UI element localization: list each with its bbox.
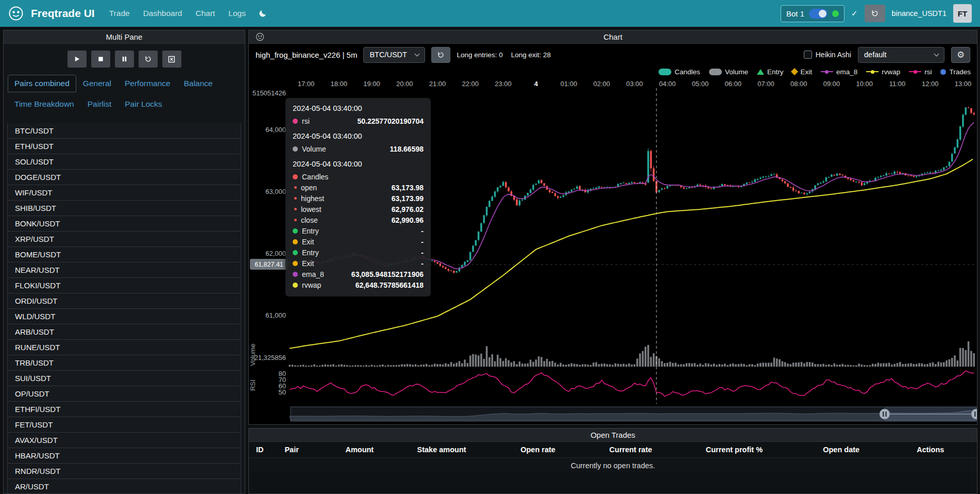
tooltip-label: lowest <box>301 205 322 213</box>
axis-label: 03:00 <box>626 80 643 88</box>
chart-refresh-button[interactable] <box>431 47 450 63</box>
legend-item-entry[interactable]: Entry <box>757 68 784 76</box>
pair-list-item-rune-usdt[interactable]: RUNE/USDT <box>7 339 241 355</box>
legend-item-ema-8[interactable]: ema_8 <box>821 68 857 76</box>
legend-label: Candles <box>674 68 700 76</box>
pair-list-item-bonk-usdt[interactable]: BONK/USDT <box>7 216 241 232</box>
heikin-ashi-toggle[interactable]: Heikin Ashi <box>804 51 851 59</box>
nav-link-logs[interactable]: Logs <box>228 9 246 18</box>
tab-general[interactable]: General <box>76 75 118 92</box>
chart-settings-button[interactable]: ⚙ <box>951 47 970 63</box>
pair-list-item-fet-usdt[interactable]: FET/USDT <box>7 417 241 433</box>
pair-list-item-btc-usdt[interactable]: BTC/USDT <box>7 123 241 139</box>
content-area: Multi Pane Pairs combinedGeneralPerforma… <box>0 27 980 494</box>
axis-label: 22:00 <box>462 80 479 88</box>
table-column-header-amount: Amount <box>327 446 392 454</box>
pair-list-item-ordi-usdt[interactable]: ORDI/USDT <box>7 293 241 309</box>
pair-list-item-rndr-usdt[interactable]: RNDR/USDT <box>7 463 241 479</box>
tooltip-row-rvwap: rvwap62,648.75785661418 <box>293 279 424 290</box>
bot-toggle[interactable] <box>809 9 827 19</box>
axis-label: 19:00 <box>363 80 380 88</box>
pair-list-item-xrp-usdt[interactable]: XRP/USDT <box>7 231 241 247</box>
nav-link-dashboard[interactable]: Dashboard <box>143 9 182 18</box>
tab-pairlist[interactable]: Pairlist <box>81 95 119 113</box>
reload-bot-button[interactable] <box>865 5 885 22</box>
tooltip-row-entry: Entry- <box>293 225 424 236</box>
legend-item-exit[interactable]: Exit <box>792 68 812 76</box>
pair-list-item-doge-usdt[interactable]: DOGE/USDT <box>7 169 241 185</box>
legend-item-candles[interactable]: Candles <box>658 68 700 76</box>
tab-balance[interactable]: Balance <box>177 75 219 92</box>
pair-list-item-near-usdt[interactable]: NEAR/USDT <box>7 262 241 278</box>
pause-button[interactable] <box>115 51 134 68</box>
legend-label: Trades <box>949 68 971 76</box>
legend-item-trades[interactable]: Trades <box>940 68 971 76</box>
tooltip-marker-icon <box>294 197 297 200</box>
nav-link-chart[interactable]: Chart <box>195 9 215 18</box>
legend-item-rsi[interactable]: rsi <box>909 68 932 76</box>
pair-list-item-bome-usdt[interactable]: BOME/USDT <box>7 246 241 262</box>
play-button[interactable] <box>67 51 87 68</box>
theme-toggle-icon[interactable] <box>258 9 267 18</box>
pair-list-item-hbar-usdt[interactable]: HBAR/USDT <box>7 448 241 464</box>
tooltip-marker-icon <box>293 174 298 179</box>
pair-list-item-wld-usdt[interactable]: WLD/USDT <box>7 308 241 324</box>
pair-list-item-wif-usdt[interactable]: WIF/USDT <box>7 185 241 201</box>
tab-performance[interactable]: Performance <box>118 75 177 92</box>
bot-selector[interactable]: Bot 1 <box>781 5 844 22</box>
legend-item-rvwap[interactable]: rvwap <box>866 68 900 76</box>
navbar-right: Bot 1 ✓ binance_USDT1 FT <box>781 4 972 23</box>
tab-pair-locks[interactable]: Pair Locks <box>118 95 168 113</box>
chevron-down-icon <box>415 51 420 56</box>
freqtrade-logo-icon[interactable] <box>8 6 24 21</box>
pair-list-item-sol-usdt[interactable]: SOL/USDT <box>7 154 241 170</box>
axis-label: 06:00 <box>724 80 741 88</box>
pair-list-item-op-usdt[interactable]: OP/USDT <box>7 386 241 402</box>
tooltip-value: - <box>421 249 424 257</box>
tooltip-marker-icon <box>294 186 297 189</box>
table-column-header-current-rate: Current rate <box>584 446 677 454</box>
refresh-button[interactable] <box>139 51 158 68</box>
multi-pane-panel: Multi Pane Pairs combinedGeneralPerforma… <box>3 30 245 494</box>
pair-list-item-ethfi-usdt[interactable]: ETHFI/USDT <box>7 401 241 417</box>
table-column-header-pair: Pair <box>284 446 327 454</box>
pair-list-item-trb-usdt[interactable]: TRB/USDT <box>7 355 241 371</box>
tab-time-breakdown[interactable]: Time Breakdown <box>8 95 81 113</box>
legend-label: rvwap <box>882 68 900 76</box>
app-root: Freqtrade UI TradeDashboardChartLogs Bot… <box>0 0 980 494</box>
tooltip-marker-icon <box>293 228 298 234</box>
pair-list-item-eth-usdt[interactable]: ETH/USDT <box>7 138 241 154</box>
axis-label: 02:00 <box>593 80 610 88</box>
pair-list-item-floki-usdt[interactable]: FLOKI/USDT <box>7 277 241 293</box>
tooltip-group: 2024-05-04 03:40:00Candlesopen63,173.98h… <box>293 160 424 290</box>
pair-list-item-shib-usdt[interactable]: SHIB/USDT <box>7 200 241 216</box>
tooltip-label: Volume <box>302 145 326 153</box>
pair-list-item-sui-usdt[interactable]: SUI/USDT <box>7 370 241 386</box>
chart-legend: CandlesVolumeEntryExitema_8rvwaprsiTrade… <box>249 65 977 78</box>
nav-link-trade[interactable]: Trade <box>109 9 130 18</box>
plot-config-select[interactable]: default <box>858 47 944 63</box>
axis-label: 63,000 <box>265 188 286 195</box>
long-exit-count: Long exit: 28 <box>511 51 551 59</box>
stop-button[interactable] <box>91 51 110 68</box>
pair-list-item-avax-usdt[interactable]: AVAX/USDT <box>7 432 241 448</box>
legend-item-volume[interactable]: Volume <box>709 68 748 76</box>
datazoom-navigator[interactable] <box>290 407 977 421</box>
heikin-ashi-label: Heikin Ashi <box>816 51 851 59</box>
tooltip-label: rvwap <box>302 281 321 289</box>
tooltip-group: 2024-05-04 03:40:00rsi50.22577020190704 <box>293 104 424 126</box>
tab-pairs-combined[interactable]: Pairs combined <box>8 75 76 92</box>
diamond-marker-icon <box>791 68 798 75</box>
tooltip-label: Candles <box>302 173 328 181</box>
user-avatar[interactable]: FT <box>953 4 972 23</box>
clear-chart-button[interactable] <box>162 51 181 68</box>
pair-select[interactable]: BTC/USDT <box>363 47 425 63</box>
chart-plot-area[interactable]: 17:0018:0019:0020:0021:0022:0023:00401:0… <box>249 78 977 424</box>
pair-list-item-arb-usdt[interactable]: ARB/USDT <box>7 324 241 340</box>
axis-label: 18:00 <box>330 80 347 88</box>
pair-list-item-ar-usdt[interactable]: AR/USDT <box>7 479 241 493</box>
brand-title[interactable]: Freqtrade UI <box>31 7 95 20</box>
axis-label: 23:00 <box>495 80 512 88</box>
heikin-ashi-checkbox[interactable] <box>804 51 812 59</box>
datazoom-handle-left[interactable] <box>880 409 890 419</box>
